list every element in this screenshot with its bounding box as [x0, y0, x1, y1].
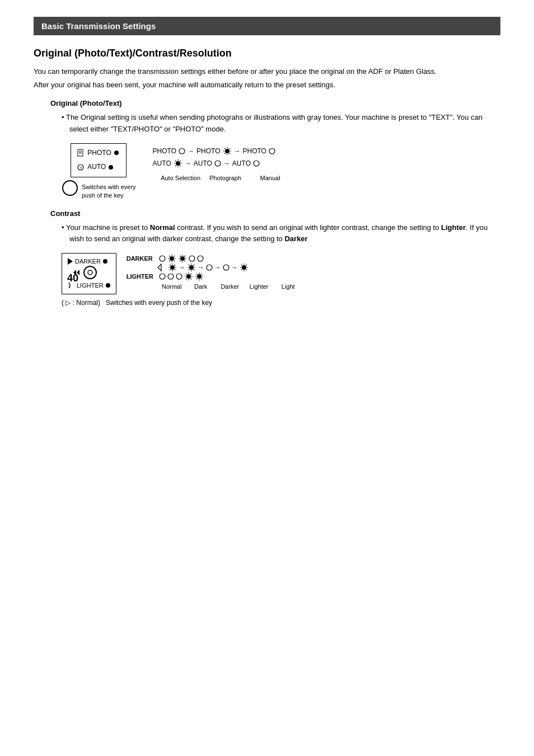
svg-point-7 [179, 148, 185, 154]
section-title: Original (Photo/Text)/Contrast/Resolutio… [34, 48, 500, 59]
svg-line-101 [201, 274, 202, 275]
svg-line-48 [184, 256, 185, 257]
header-bar: Basic Transmission Settings [34, 17, 500, 35]
svg-line-47 [180, 256, 181, 257]
svg-line-50 [184, 261, 185, 262]
photo-text-diagram: PHOTO ? AUTO Switches wit [62, 143, 500, 200]
label-auto-selection: Auto Selection [158, 175, 203, 181]
darker-row-label: DARKER [127, 255, 157, 262]
contrast-bullet-text: • Your machine is preset to Normal contr… [62, 222, 500, 246]
panel-photo-label: PHOTO [87, 147, 111, 159]
svg-point-6 [63, 181, 77, 195]
photo-dot [114, 151, 119, 155]
svg-marker-53 [158, 264, 161, 271]
intro-paragraph-1: You can temporarily change the transmiss… [34, 66, 500, 77]
photo-seq-row1: PHOTO → PHOTO → PHOTO [153, 147, 293, 156]
svg-text:?: ? [79, 166, 82, 171]
svg-point-95 [197, 274, 202, 279]
svg-line-60 [174, 265, 175, 266]
svg-point-74 [242, 265, 246, 270]
contrast-sequence-area: DARKER → → → [127, 254, 303, 290]
col-label-dark: Dark [186, 283, 216, 290]
photo-sequence-diagram: PHOTO → PHOTO → PHOTO [153, 147, 293, 181]
svg-point-18 [176, 161, 180, 166]
svg-line-70 [189, 270, 190, 271]
svg-line-81 [241, 270, 242, 271]
col-label-lighter: Lighter [245, 283, 274, 290]
svg-line-49 [180, 261, 181, 262]
col-label-normal: Normal [157, 283, 186, 290]
original-bullet-text: • The Original setting is useful when se… [62, 112, 500, 135]
intro-paragraph-2: After your original has been sent, your … [34, 79, 500, 91]
key-circle-icon [62, 180, 78, 196]
svg-line-93 [186, 279, 187, 280]
svg-point-32 [160, 256, 165, 261]
svg-point-84 [168, 274, 174, 279]
svg-point-85 [176, 274, 182, 279]
svg-point-73 [223, 265, 229, 270]
svg-line-38 [169, 256, 170, 257]
svg-line-80 [246, 265, 247, 266]
label-photograph: Photograph [203, 175, 248, 181]
svg-line-39 [174, 256, 175, 257]
svg-point-52 [198, 256, 203, 261]
svg-line-91 [186, 274, 187, 275]
lighter-label: LIGHTER [77, 282, 104, 289]
svg-line-94 [190, 279, 191, 280]
svg-line-14 [229, 148, 230, 149]
photo-seq-row2: AUTO → AUTO → AUTO [153, 159, 293, 168]
subsection-title-original: Original (Photo/Text) [50, 99, 500, 107]
svg-line-71 [193, 270, 194, 271]
svg-line-26 [180, 165, 181, 166]
svg-line-23 [175, 161, 176, 162]
svg-point-33 [170, 256, 174, 261]
svg-point-54 [170, 265, 175, 270]
lighter-dot [106, 283, 110, 288]
col-label-darker: Darker [216, 283, 245, 290]
svg-point-27 [215, 161, 221, 166]
svg-point-31 [88, 270, 92, 275]
svg-line-15 [224, 153, 226, 154]
circle-icon: ? [77, 163, 85, 171]
contrast-col-labels: Normal Dark Darker Lighter Light [157, 283, 303, 290]
svg-line-102 [196, 279, 198, 280]
col-label-light: Light [274, 283, 303, 290]
svg-line-61 [170, 270, 171, 271]
svg-line-13 [224, 148, 226, 149]
svg-line-25 [175, 165, 176, 166]
panel-auto-label: AUTO [87, 161, 106, 173]
contrast-note: ( ▷ : Normal) Switches with every push o… [62, 299, 500, 307]
svg-line-92 [190, 274, 191, 275]
svg-point-17 [269, 148, 275, 154]
play-icon [68, 258, 73, 265]
svg-line-69 [193, 265, 194, 266]
svg-line-59 [170, 265, 171, 266]
svg-line-16 [229, 153, 230, 154]
lighter-seq-row: LIGHTER [127, 272, 303, 281]
doc-icon [77, 149, 85, 157]
contrast-button[interactable] [83, 266, 97, 279]
svg-rect-0 [78, 149, 83, 156]
svg-point-28 [254, 161, 259, 166]
svg-point-42 [180, 256, 185, 261]
darker-seq-row: DARKER [127, 254, 303, 263]
svg-point-51 [189, 256, 195, 261]
svg-line-82 [246, 270, 247, 271]
svg-point-63 [189, 265, 194, 270]
sun-filled-icon [223, 147, 232, 156]
svg-line-79 [241, 265, 242, 266]
svg-point-72 [207, 265, 212, 270]
photo-seq-labels: Auto Selection Photograph Manual [158, 175, 293, 181]
switches-label: Switches with everypush of the key [82, 183, 136, 200]
svg-point-8 [225, 149, 229, 153]
label-manual: Manual [248, 175, 293, 181]
auto-dot [109, 165, 113, 170]
darker-label: DARKER [75, 258, 101, 265]
darker-dot [103, 259, 107, 264]
subsection-title-contrast: Contrast [50, 209, 500, 218]
svg-line-41 [174, 261, 175, 262]
page-number: 40 [67, 273, 78, 284]
svg-line-100 [196, 274, 198, 275]
svg-line-24 [180, 161, 181, 162]
svg-line-68 [189, 265, 190, 266]
